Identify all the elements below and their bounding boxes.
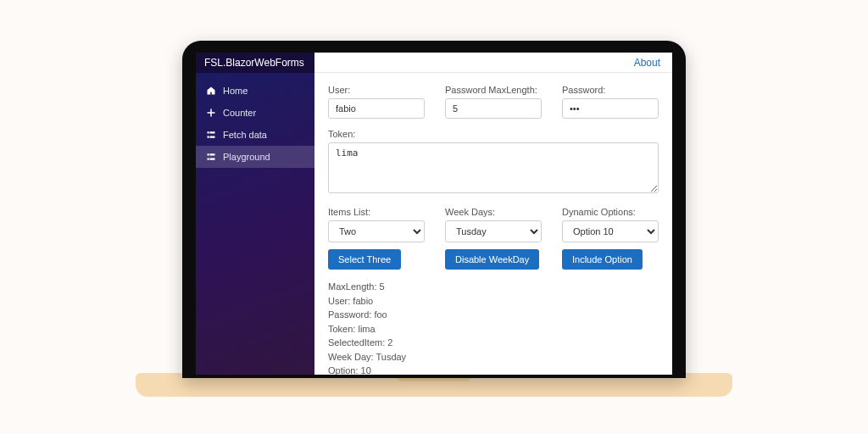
sidebar-item-counter[interactable]: Counter [196, 102, 314, 124]
user-input[interactable] [328, 98, 425, 119]
items-list-select[interactable]: Two [328, 220, 425, 242]
sidebar-item-label: Counter [223, 108, 256, 118]
maxlength-input[interactable] [445, 98, 542, 119]
home-icon [206, 86, 216, 96]
week-days-label: Week Days: [445, 207, 542, 217]
sidebar: Home Counter Fetch data [196, 73, 314, 375]
maxlength-label: Password MaxLength: [445, 85, 542, 95]
summary-line: SelectedItem: 2 [328, 336, 659, 350]
laptop-bezel: FSL.BlazorWebForms About Home [182, 41, 686, 378]
app-body: Home Counter Fetch data [196, 73, 672, 375]
plus-icon [206, 108, 216, 118]
sidebar-item-label: Playground [223, 152, 270, 162]
sidebar-item-playground[interactable]: Playground [196, 146, 314, 168]
password-input[interactable] [562, 98, 659, 119]
main-content: User: Password MaxLength: Password: [314, 73, 672, 375]
dynamic-options-label: Dynamic Options: [562, 207, 659, 217]
week-days-select[interactable]: Tusday [445, 220, 542, 242]
summary-block: MaxLength: 5 User: fabio Password: foo T… [328, 280, 659, 375]
password-label: Password: [562, 85, 659, 95]
token-label: Token: [328, 129, 659, 139]
disable-weekday-button[interactable]: Disable WeekDay [445, 249, 539, 270]
summary-line: Option: 10 [328, 364, 659, 375]
sidebar-item-label: Home [223, 86, 248, 96]
user-label: User: [328, 85, 425, 95]
list-icon [206, 130, 216, 140]
token-textarea[interactable] [328, 142, 659, 193]
sidebar-item-fetch-data[interactable]: Fetch data [196, 124, 314, 146]
app-screen: FSL.BlazorWebForms About Home [196, 53, 672, 375]
summary-line: MaxLength: 5 [328, 280, 659, 294]
summary-line: Week Day: Tusday [328, 350, 659, 364]
top-bar: FSL.BlazorWebForms About [196, 53, 672, 73]
about-link[interactable]: About [634, 57, 672, 69]
select-three-button[interactable]: Select Three [328, 249, 401, 270]
items-list-label: Items List: [328, 207, 425, 217]
list-icon [206, 152, 216, 162]
sidebar-item-label: Fetch data [223, 130, 267, 140]
summary-line: User: fabio [328, 294, 659, 309]
summary-line: Token: lima [328, 322, 659, 337]
brand-title: FSL.BlazorWebForms [196, 53, 314, 73]
include-option-button[interactable]: Include Option [562, 249, 643, 270]
dynamic-options-select[interactable]: Option 10 [562, 220, 659, 242]
summary-line: Password: foo [328, 308, 659, 322]
sidebar-item-home[interactable]: Home [196, 80, 314, 102]
